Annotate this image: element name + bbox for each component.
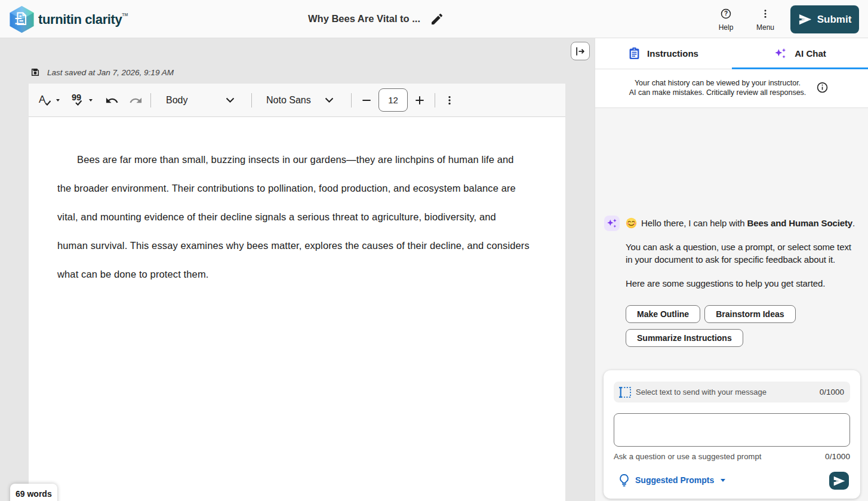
svg-text:?: ?: [724, 10, 728, 17]
svg-text:99: 99: [72, 93, 81, 102]
svg-text:A: A: [39, 94, 46, 105]
